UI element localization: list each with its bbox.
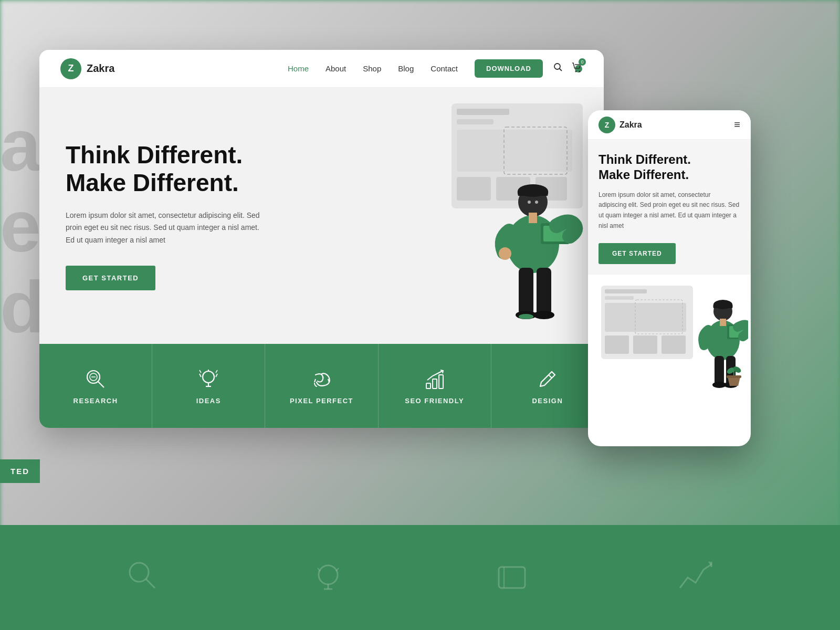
get-started-button[interactable]: GET STARTED	[66, 266, 155, 290]
mobile-illustration	[588, 275, 751, 390]
design-icon	[536, 368, 559, 391]
mobile-get-started-button[interactable]: GET STARTED	[598, 243, 676, 264]
svg-rect-18	[457, 119, 494, 124]
feature-design: DESIGN	[491, 344, 604, 428]
cart-button[interactable]: 0	[571, 61, 583, 76]
nav-link-contact[interactable]: Contact	[430, 64, 458, 73]
svg-rect-19	[457, 130, 572, 172]
svg-rect-73	[720, 319, 726, 326]
svg-rect-7	[499, 567, 525, 588]
ideas-icon	[197, 368, 220, 391]
svg-line-48	[216, 370, 217, 373]
mobile-wireframe	[598, 283, 698, 383]
svg-rect-17	[457, 109, 509, 115]
features-bar: RESEARCH IDEAS	[39, 344, 604, 428]
hamburger-icon[interactable]: ≡	[734, 119, 740, 131]
mobile-hero-title: Think Different. Make Different.	[598, 152, 740, 183]
svg-rect-57	[605, 289, 647, 293]
svg-line-12	[560, 69, 562, 71]
research-icon	[84, 368, 107, 391]
feature-label-ideas: IDEAS	[196, 397, 221, 405]
svg-point-36	[528, 201, 531, 204]
mobile-navbar: Z Zakra ≡	[588, 110, 751, 140]
svg-rect-63	[662, 335, 686, 354]
svg-point-14	[575, 71, 577, 72]
mobile-hero: Think Different. Make Different. Lorem i…	[588, 140, 751, 275]
svg-rect-61	[605, 335, 629, 354]
nav-icon-group: 0	[553, 61, 583, 76]
feature-label-seo: SEO FRIENDLY	[405, 397, 464, 405]
svg-line-55	[549, 375, 552, 378]
plant-icon	[723, 364, 744, 387]
desktop-mockup: Z Zakra Home About Shop Blog Contact DOW…	[39, 50, 604, 428]
svg-rect-58	[605, 296, 634, 300]
feature-ideas: IDEAS	[152, 344, 265, 428]
svg-point-32	[533, 311, 554, 319]
logo-name: Zakra	[87, 62, 114, 75]
svg-rect-74	[727, 375, 741, 378]
svg-rect-54	[439, 375, 443, 388]
svg-rect-53	[433, 379, 437, 388]
background-get-started: TED	[0, 459, 40, 483]
hero-description: Lorem ipsum dolor sit amet, consectetur …	[66, 209, 265, 247]
mobile-logo-name: Zakra	[620, 120, 642, 130]
feature-label-research: RESEARCH	[74, 397, 118, 405]
desktop-logo[interactable]: Z Zakra	[60, 58, 114, 79]
svg-point-33	[519, 314, 533, 319]
svg-rect-35	[529, 213, 537, 223]
pixel-perfect-icon	[310, 368, 333, 391]
svg-point-34	[499, 247, 511, 260]
search-button[interactable]	[553, 62, 563, 75]
svg-line-1	[146, 579, 155, 588]
svg-line-46	[216, 374, 217, 377]
svg-point-11	[554, 64, 560, 69]
search-icon	[553, 62, 563, 72]
mobile-logo-circle: Z	[598, 117, 615, 133]
feature-pixel-perfect: PIXEL PERFECT	[265, 344, 378, 428]
feature-research: RESEARCH	[39, 344, 152, 428]
svg-point-0	[130, 563, 149, 582]
svg-rect-30	[537, 268, 551, 315]
desktop-navbar: Z Zakra Home About Shop Blog Contact DOW…	[39, 50, 604, 88]
desktop-hero: Think Different. Make Different. Lorem i…	[39, 88, 604, 344]
hero-title: Think Different. Make Different.	[66, 141, 322, 197]
nav-link-blog[interactable]: Blog	[398, 64, 414, 73]
feature-label-design: DESIGN	[532, 397, 563, 405]
feature-label-pixel: PIXEL PERFECT	[290, 397, 353, 405]
person-illustration	[452, 176, 588, 344]
logo-circle: Z	[60, 58, 81, 79]
svg-line-45	[200, 374, 201, 377]
svg-rect-62	[633, 335, 657, 354]
feature-seo: SEO FRIENDLY	[379, 344, 491, 428]
background-bottom-icons	[0, 525, 840, 630]
mobile-mockup: Z Zakra ≡ Think Different. Make Differen…	[588, 110, 751, 446]
hero-content: Think Different. Make Different. Lorem i…	[39, 88, 348, 344]
svg-line-50	[314, 379, 316, 382]
download-button[interactable]: DOWNLOAD	[475, 59, 543, 78]
svg-point-15	[579, 71, 581, 72]
cart-badge: 0	[579, 58, 586, 66]
svg-point-2	[319, 565, 338, 584]
nav-link-about[interactable]: About	[326, 64, 346, 73]
svg-rect-69	[715, 356, 724, 385]
mobile-logo[interactable]: Z Zakra	[598, 117, 734, 133]
seo-icon	[423, 368, 446, 391]
svg-rect-29	[519, 268, 533, 315]
nav-link-home[interactable]: Home	[288, 64, 309, 73]
svg-line-40	[98, 382, 104, 387]
mobile-hero-description: Lorem ipsum dolor sit amet, consectetur …	[598, 190, 740, 232]
svg-point-42	[203, 371, 214, 383]
svg-line-47	[200, 370, 201, 373]
hero-image	[348, 88, 604, 344]
svg-point-37	[535, 201, 538, 204]
nav-link-shop[interactable]: Shop	[363, 64, 381, 73]
svg-rect-52	[426, 383, 430, 388]
svg-rect-59	[605, 303, 686, 332]
nav-links: Home About Shop Blog Contact	[288, 64, 458, 73]
